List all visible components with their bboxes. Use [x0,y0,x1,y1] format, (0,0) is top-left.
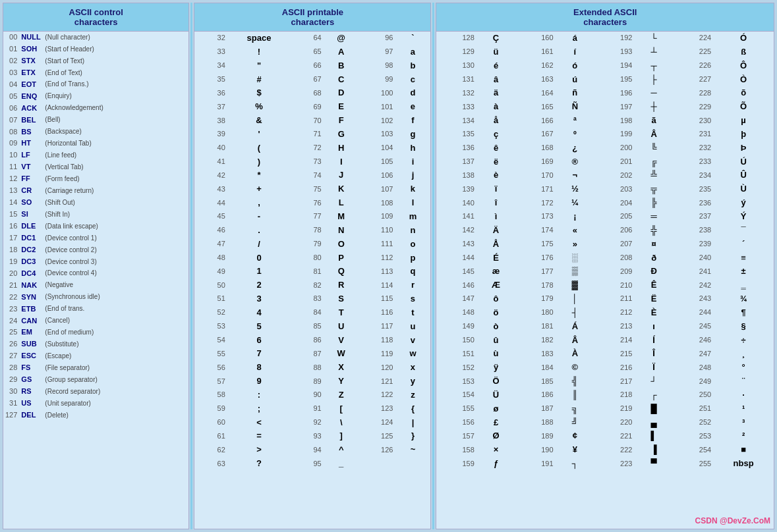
ascii-number: 185 [515,375,555,388]
ascii-char: ) [227,155,291,169]
ascii-number: 72 [291,142,323,155]
ascii-number: 19 [3,256,19,268]
ascii-char: ╦ [634,182,673,196]
ascii-number: 17 [3,232,19,244]
ascii-char: Ø [476,429,515,443]
ascii-number: 187 [515,402,555,416]
table-row: 15 SI (Shift In) [3,209,188,221]
ascii-char: T [324,306,359,320]
ascii-char: w [395,347,430,361]
ascii-char: Ý [713,210,774,224]
table-row: 22 SYN (Synchronous idle) [3,292,188,304]
ascii-abbr: SUB [19,338,43,350]
ascii-abbr: SOH [19,43,43,55]
ascii-char: ä [476,86,515,100]
ascii-char: Á [556,320,594,334]
ascii-char: i [395,155,430,169]
ascii-number: 16 [3,221,19,232]
ascii-char: ▒ [556,265,594,279]
ascii-number: 69 [291,100,323,114]
ascii-char: Ï [634,361,673,375]
ascii-number: 79 [291,238,323,252]
ascii-number: 52 [194,306,227,320]
table-row: 155 ø 187 ╗ 219 █ 251 ¹ [436,402,774,416]
ascii-number: 00 [3,32,19,43]
table-row: 50 2 82 R 114 r [194,279,430,292]
ascii-number: 116 [359,306,395,320]
ascii-char: t [395,306,430,320]
ascii-char: ~ [395,443,430,457]
ascii-number: 133 [436,100,476,114]
ascii-number: 78 [291,224,323,238]
table-row: 21 NAK (Negative [3,280,188,292]
ascii-char: ì [476,210,515,224]
ascii-number: 147 [436,292,476,306]
ascii-char: J [324,169,359,182]
ascii-char: 5 [227,320,291,334]
table-row: 31 US (Unit separator) [3,398,188,410]
ascii-number: 23 [3,304,19,315]
ascii-char: Ç [476,32,515,45]
ascii-desc: (Substitute) [43,338,188,350]
ascii-number: 170 [515,169,555,182]
ascii-number: 203 [594,182,634,196]
ascii-number: 55 [194,347,227,361]
ascii-char: M [324,210,359,224]
ascii-number: 243 [674,292,713,306]
ascii-char: x [395,361,430,375]
ascii-char: ç [476,128,515,142]
ascii-desc: (Device control 2) [43,244,188,256]
ascii-char: à [476,100,515,114]
ascii-char: n [395,224,430,238]
ascii-control-section: ASCII controlcharacters 00 NULL (Null ch… [3,3,189,529]
ascii-desc: (Negative [43,280,188,292]
ascii-number: 207 [594,238,634,252]
ascii-char: ³ [713,416,774,430]
table-row: 24 CAN (Cancel) [3,315,188,327]
ascii-number: 245 [674,320,713,334]
ascii-char: ¹ [713,402,774,416]
ascii-char: ; [227,402,291,416]
ascii-number: 165 [515,100,555,114]
ascii-number: 201 [594,155,634,169]
ascii-number: 134 [436,114,476,128]
table-row: 42 * 74 J 106 j [194,169,430,182]
ascii-number: 197 [594,100,634,114]
table-row: 136 ê 168 ¿ 200 ╚ 232 Þ [436,142,774,155]
ascii-number: 249 [674,375,713,388]
table-row: 37 % 69 E 101 e [194,100,430,114]
ascii-number: 166 [515,114,555,128]
table-row: 32 space 64 @ 96 ` [194,32,430,45]
ascii-char: ú [556,73,594,87]
ascii-char: ƒ [476,457,515,471]
ascii-printable-section: ASCII printablecharacters 32 space 64 @ … [194,3,431,529]
ascii-char: P [324,252,359,265]
ascii-char: < [227,416,291,430]
ascii-number: 172 [515,196,555,210]
ascii-char: Û [713,169,774,182]
ascii-number: 221 [594,429,634,443]
ascii-char: µ [713,114,774,128]
ascii-char: 1 [227,265,291,279]
ascii-char: g [395,128,430,142]
ascii-number: 154 [436,388,476,402]
ascii-abbr: ESC [19,350,43,362]
ascii-number: 39 [194,128,227,142]
ascii-number: 105 [359,155,395,169]
ascii-char: ╩ [634,169,673,182]
ascii-char: I [324,155,359,169]
ascii-number: 102 [359,114,395,128]
ascii-number: 255 [674,457,713,471]
ascii-number: 217 [594,375,634,388]
ascii-abbr: DEL [19,410,43,421]
table-row: 45 - 77 M 109 m [194,210,430,224]
ascii-number: 111 [359,238,395,252]
ascii-char: % [227,100,291,114]
ascii-char: Ö [476,375,515,388]
ascii-number: 231 [674,128,713,142]
ascii-number: 118 [359,334,395,348]
ascii-number: 89 [291,375,323,388]
table-row: 158 × 190 ¥ 222 ▐ 254 ■ [436,443,774,457]
ascii-number: 51 [194,292,227,306]
table-row: 52 4 84 T 116 t [194,306,430,320]
